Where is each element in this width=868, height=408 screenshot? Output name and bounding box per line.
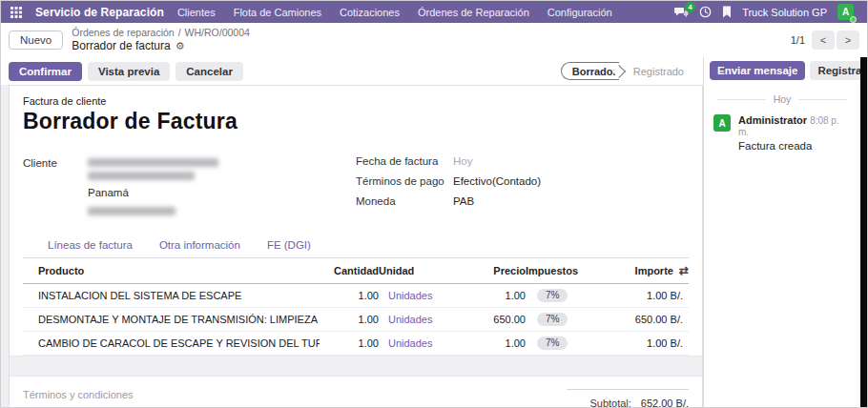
pager-next-button[interactable]: >: [837, 31, 859, 50]
date-divider: Hoy: [704, 84, 860, 112]
invoice-date-field[interactable]: Hoy: [453, 155, 472, 167]
message-avatar[interactable]: A: [713, 114, 731, 132]
online-status-dot: [850, 16, 857, 23]
breadcrumb-separator: /: [178, 27, 181, 39]
navbar-systray: 4 Truck Solution GP A: [674, 4, 854, 20]
notebook-tabs: Líneas de facturaOtra informaciónFE (DGI…: [23, 234, 689, 258]
confirm-button[interactable]: Confirmar: [9, 62, 82, 81]
totals-row: Subtotal: 652.00 B/.: [567, 395, 689, 408]
chatter-message: A Administrator8:08 p. m. Factura creada: [704, 112, 860, 153]
status-posted[interactable]: Registrado: [633, 66, 684, 77]
line-tax-badge[interactable]: 7%: [537, 289, 568, 302]
line-amount: 1.00 B/.: [647, 290, 683, 301]
record-pager: 1/1 < >: [791, 31, 859, 50]
breadcrumb-current: Borrador de factura: [72, 39, 170, 53]
cancel-button[interactable]: Cancelar: [176, 62, 243, 81]
line-amount: 1.00 B/.: [647, 337, 683, 349]
line-uom-link[interactable]: Unidades: [388, 337, 432, 349]
line-uom-link[interactable]: Unidades: [388, 290, 432, 301]
invoice-line-row[interactable]: INSTALACION DEL SISTEMA DE ESCAPE 1.00 U…: [23, 284, 689, 308]
log-note-button[interactable]: Registrar una nota: [810, 61, 868, 80]
total-label: Subtotal:: [589, 395, 630, 408]
page-title: Borrador de Factura: [23, 109, 689, 134]
payment-terms-field[interactable]: Efectivo(Contado): [453, 175, 541, 187]
total-value: 652.00 B/.: [641, 395, 689, 408]
gear-icon[interactable]: ⚙: [176, 41, 185, 51]
navbar-menu-item[interactable]: Órdenes de Reparación: [418, 7, 529, 18]
customer-address[interactable]: Panamá: [88, 155, 218, 220]
user-avatar[interactable]: A: [837, 4, 854, 20]
line-tax-badge[interactable]: 7%: [537, 313, 568, 326]
col-header-product[interactable]: Producto: [38, 259, 320, 282]
preview-button[interactable]: Vista previa: [88, 62, 170, 81]
line-product[interactable]: CAMBIO DE CARACOL DE ESCAPE Y REVISION D…: [38, 337, 320, 349]
navbar-menu-item[interactable]: Clientes: [177, 7, 216, 18]
navbar-menu-item[interactable]: Configuración: [548, 7, 612, 18]
redacted-customer-street: [88, 172, 195, 180]
breadcrumb-row: Nuevo Órdenes de reparación / WH/RO/0000…: [1, 23, 867, 57]
col-header-price[interactable]: Precio: [455, 259, 526, 282]
line-quantity[interactable]: 1.00: [320, 337, 379, 349]
col-header-amount[interactable]: Importe: [635, 265, 673, 276]
customer-city: Panamá: [88, 185, 218, 202]
status-draft[interactable]: Borrador: [561, 62, 619, 80]
line-price[interactable]: 650.00: [455, 314, 526, 325]
messages-count-badge: 4: [685, 2, 695, 12]
navbar-menu-item[interactable]: Cotizaciones: [340, 7, 400, 18]
totals-block: Subtotal: 652.00 B/. ITBMS 7%: 45.64 B/.: [567, 389, 689, 408]
bookmark-icon[interactable]: [722, 6, 732, 18]
invoice-date-label: Fecha de factura: [356, 155, 453, 167]
user-avatar-initial: A: [842, 7, 849, 17]
line-price[interactable]: 1.00: [455, 290, 526, 301]
line-product[interactable]: DESMONTAJE Y MONTAJE DE TRANSMISIÓN: LIM…: [38, 314, 320, 325]
line-product[interactable]: INSTALACION DEL SISTEMA DE ESCAPE: [38, 290, 320, 301]
chatter-panel: Enviar mensaje Registrar una nota Hoy A …: [704, 57, 860, 408]
activities-clock-icon[interactable]: [699, 6, 712, 18]
col-header-uom[interactable]: Unidad: [379, 259, 455, 282]
line-uom-link[interactable]: Unidades: [388, 314, 432, 325]
notebook-tab[interactable]: Otra información: [146, 234, 254, 257]
message-author[interactable]: Administrator: [738, 114, 807, 126]
currency-field[interactable]: PAB: [453, 195, 474, 207]
terms-and-conditions-input[interactable]: Términos y condiciones: [23, 389, 567, 408]
company-switcher[interactable]: Truck Solution GP: [742, 7, 827, 18]
line-tax-badge[interactable]: 7%: [537, 337, 568, 350]
new-button[interactable]: Nuevo: [9, 31, 63, 50]
document-type-label: Factura de cliente: [23, 95, 689, 107]
notebook-tab[interactable]: FE (DGI): [254, 234, 324, 257]
pager-previous-button[interactable]: <: [812, 31, 835, 50]
table-footer-band: [10, 356, 702, 377]
send-message-button[interactable]: Enviar mensaje: [710, 61, 805, 80]
navbar-menus: ClientesFlota de CamionesCotizacionesÓrd…: [177, 7, 661, 18]
pager-count: 1/1: [791, 34, 805, 46]
line-quantity[interactable]: 1.00: [320, 314, 379, 325]
table-header-row: Producto Cantidad Unidad Precio Impuesto…: [23, 258, 689, 284]
col-header-taxes[interactable]: Impuestos: [526, 259, 617, 282]
line-quantity[interactable]: 1.00: [320, 290, 379, 301]
invoice-detail-fields: Fecha de factura Hoy Términos de pago Ef…: [356, 155, 689, 220]
line-price[interactable]: 1.00: [455, 337, 526, 349]
navbar-menu-item[interactable]: Flota de Camiones: [234, 7, 321, 18]
redacted-customer-extra: [88, 207, 176, 215]
breadcrumb-parent-link[interactable]: Órdenes de reparación: [72, 27, 174, 39]
invoice-line-row[interactable]: DESMONTAJE Y MONTAJE DE TRANSMISIÓN: LIM…: [23, 308, 689, 332]
message-body: Factura creada: [738, 140, 851, 152]
notebook-tab[interactable]: Líneas de factura: [34, 234, 146, 257]
messages-icon[interactable]: 4: [674, 7, 689, 18]
app-name[interactable]: Servicio de Reparación: [35, 6, 164, 19]
col-header-qty[interactable]: Cantidad: [320, 259, 379, 282]
window-edge: [860, 57, 867, 408]
redacted-customer-name: [88, 158, 218, 167]
form-pane: Confirmar Vista previa Cancelar Borrador…: [1, 57, 704, 408]
customer-label: Cliente: [23, 155, 88, 220]
invoice-form-sheet: Factura de cliente Borrador de Factura C…: [9, 85, 703, 408]
breadcrumb-record-link[interactable]: WH/RO/00004: [185, 27, 250, 39]
app-window: Servicio de Reparación ClientesFlota de …: [0, 0, 868, 408]
breadcrumb: Órdenes de reparación / WH/RO/00004 Borr…: [72, 27, 250, 53]
optional-columns-icon[interactable]: ⇄: [679, 264, 689, 277]
customer-field: Cliente Panamá: [23, 155, 356, 220]
payment-terms-label: Términos de pago: [356, 175, 453, 187]
apps-menu-icon[interactable]: [10, 7, 22, 18]
invoice-line-row[interactable]: CAMBIO DE CARACOL DE ESCAPE Y REVISION D…: [23, 332, 689, 356]
top-navbar: Servicio de Reparación ClientesFlota de …: [1, 1, 867, 23]
